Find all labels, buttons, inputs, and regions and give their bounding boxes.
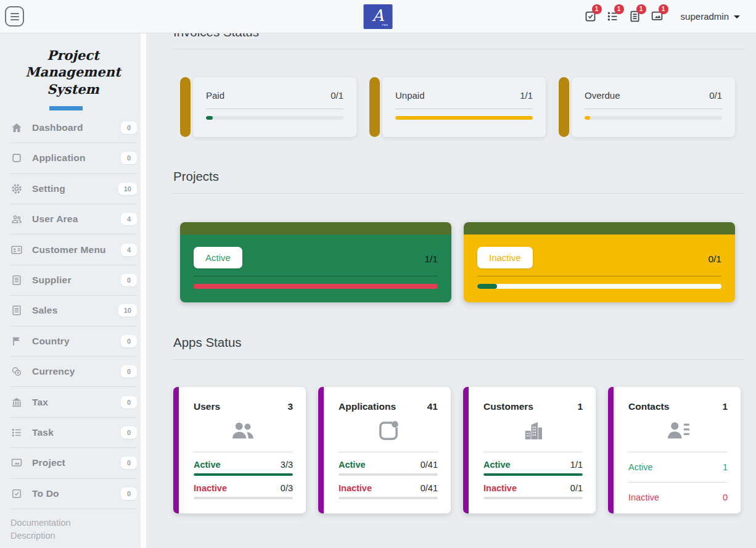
sidebar-scrollbar[interactable] xyxy=(141,33,146,548)
app-card-customers[interactable]: Customers 1 Active 1/1 Inactive 0/1 xyxy=(463,387,596,513)
flag-icon xyxy=(10,335,23,347)
sidebar-item-tax[interactable]: Tax 0 xyxy=(10,387,137,417)
sidebar-item-application[interactable]: Application 0 xyxy=(10,143,137,173)
app-card-title: Applications xyxy=(339,401,396,412)
invoice-card-paid[interactable]: Paid 0/1 xyxy=(180,77,356,137)
active-status-button[interactable]: Active xyxy=(194,247,242,268)
sidebar-item-todo[interactable]: To Do 0 xyxy=(10,479,137,509)
sidebar-item-label: To Do xyxy=(32,488,59,499)
sidebar-item-badge: 4 xyxy=(121,213,137,225)
sidebar-item-badge: 0 xyxy=(121,274,137,286)
sidebar-item-badge: 0 xyxy=(121,488,137,500)
project-card-active[interactable]: Active 1/1 xyxy=(180,222,451,302)
section-divider xyxy=(173,49,746,49)
active-progress-track xyxy=(194,473,293,476)
purple-accent-bar xyxy=(463,387,469,513)
sidebar-item-setting[interactable]: Setting 10 xyxy=(10,174,137,204)
app-card-count: 3 xyxy=(287,401,293,412)
sidebar-item-supplier[interactable]: Supplier 0 xyxy=(10,265,137,296)
sidebar-item-sales[interactable]: Sales 10 xyxy=(10,296,137,326)
invoice-card-unpaid[interactable]: Unpaid 1/1 xyxy=(369,77,546,137)
inactive-progress-track xyxy=(483,497,583,499)
app-card-contacts[interactable]: Contacts 1 Active 1 Inactive 0 xyxy=(608,387,741,513)
app-card-users[interactable]: Users 3 Active 3/3 Inactive 0/3 xyxy=(173,387,306,513)
app-square-icon xyxy=(10,152,23,164)
progress-track xyxy=(206,116,343,120)
main-content: Invoices Status Paid 0/1 xyxy=(146,0,756,526)
gold-accent-bar xyxy=(180,77,191,137)
sidebar-item-task[interactable]: Task 0 xyxy=(10,418,137,448)
invoice-label: Paid xyxy=(206,90,224,101)
active-progress-track xyxy=(483,473,583,476)
sidebar-toggle-button[interactable] xyxy=(5,6,24,27)
olive-header-strip xyxy=(464,222,735,235)
task-notification-button[interactable]: 1 xyxy=(606,10,619,23)
chat-image-icon xyxy=(10,457,23,469)
sidebar-item-label: Tax xyxy=(32,397,48,408)
sidebar-item-user-area[interactable]: User Area 4 xyxy=(10,204,137,235)
app-logo[interactable]: A PMS xyxy=(364,4,393,29)
invoice-value: 0/1 xyxy=(331,90,343,101)
sidebar-item-project[interactable]: Project 0 xyxy=(10,448,137,478)
document-icon xyxy=(10,274,23,286)
projects-section: Projects Active 1/1 Inactive 0/1 xyxy=(173,169,746,302)
documentation-link[interactable]: Documentation xyxy=(10,517,136,529)
notification-badge: 1 xyxy=(592,4,602,14)
project-card-inactive[interactable]: Inactive 0/1 xyxy=(464,222,735,302)
sidebar-item-customer-menu[interactable]: Customer Menu 4 xyxy=(10,235,137,265)
card-divider xyxy=(483,452,583,452)
home-icon xyxy=(10,122,23,134)
card-divider xyxy=(194,452,293,452)
card-divider xyxy=(206,109,343,109)
check-square-icon xyxy=(10,488,23,500)
olive-header-strip xyxy=(180,222,451,235)
project-notification-button[interactable]: 1 xyxy=(651,10,664,23)
sidebar-item-badge: 4 xyxy=(121,244,137,256)
progress-track xyxy=(395,116,533,120)
inactive-label: Inactive xyxy=(339,483,372,493)
top-navbar: A PMS 1 1 1 1 superadmi xyxy=(0,0,756,33)
description-link[interactable]: Description xyxy=(10,529,136,542)
card-divider xyxy=(339,452,438,452)
users-group-icon xyxy=(194,418,293,444)
section-title-projects: Projects xyxy=(173,169,746,184)
inactive-status-button[interactable]: Inactive xyxy=(477,247,533,268)
active-label: Active xyxy=(628,462,653,472)
contact-lines-icon xyxy=(628,418,728,444)
invoices-status-section: Invoices Status Paid 0/1 xyxy=(173,25,746,137)
inactive-label: Inactive xyxy=(628,492,659,502)
purple-accent-bar xyxy=(318,387,324,513)
sidebar-item-country[interactable]: Country 0 xyxy=(10,326,137,357)
app-card-applications[interactable]: Applications 41 Active 0/41 Inactive 0/4… xyxy=(318,387,451,513)
progress-fill xyxy=(194,284,438,289)
card-divider xyxy=(628,452,728,452)
inactive-label: Inactive xyxy=(194,483,227,493)
user-dropdown[interactable]: superadmin xyxy=(681,11,740,22)
app-card-title: Users xyxy=(194,401,220,412)
app-card-title: Customers xyxy=(483,401,533,412)
active-value: 0/41 xyxy=(421,460,438,470)
app-card-title: Contacts xyxy=(628,401,669,412)
section-title-apps: Apps Status xyxy=(173,335,746,350)
sidebar-item-label: User Area xyxy=(32,214,78,225)
sidebar-item-dashboard[interactable]: Dashboard 0 xyxy=(10,113,137,143)
inactive-value: 0/3 xyxy=(281,483,293,493)
sidebar-item-label: Project xyxy=(32,457,65,468)
active-progress-track xyxy=(339,473,438,476)
notification-badge: 1 xyxy=(636,4,646,14)
inactive-progress-track xyxy=(194,497,293,499)
app-card-count: 1 xyxy=(577,401,583,412)
document-icon xyxy=(10,304,23,317)
sidebar-item-badge: 0 xyxy=(121,335,137,347)
apps-status-section: Apps Status Users 3 Active 3/3 xyxy=(173,335,746,513)
caret-down-icon xyxy=(734,15,740,19)
invoice-notification-button[interactable]: 1 xyxy=(628,10,641,23)
todo-notification-button[interactable]: 1 xyxy=(584,10,597,23)
gold-accent-bar xyxy=(369,77,380,137)
invoice-label: Unpaid xyxy=(395,90,425,101)
sidebar-item-currency[interactable]: Currency 0 xyxy=(10,357,137,387)
progress-fill xyxy=(585,116,590,120)
invoice-card-overdue[interactable]: Overdue 0/1 xyxy=(559,77,735,137)
sidebar-item-badge: 10 xyxy=(118,183,137,195)
users-icon xyxy=(10,213,23,225)
